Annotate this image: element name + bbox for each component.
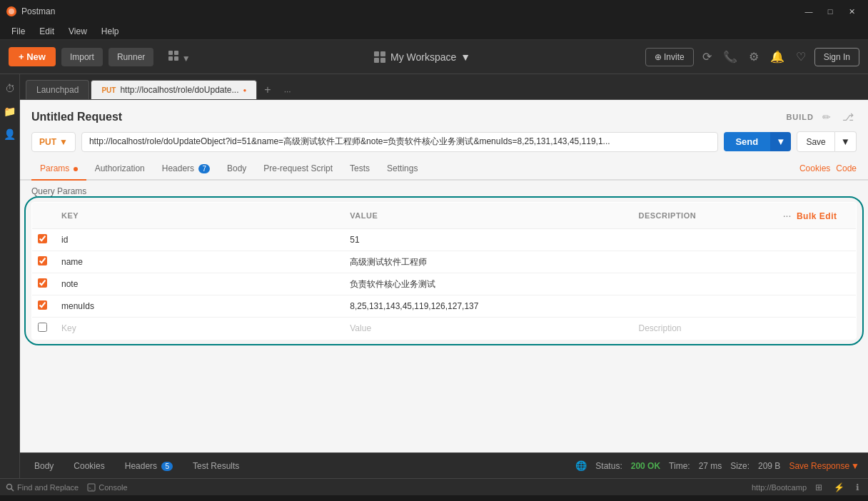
cookies-link[interactable]: Cookies <box>799 163 830 173</box>
footer-network-icon[interactable]: ⚡ <box>831 480 847 495</box>
edit-icon[interactable]: ✏ <box>819 108 834 126</box>
row-3-desc-input[interactable] <box>636 278 766 290</box>
row-key-cell <box>53 229 341 251</box>
phone-icon[interactable]: 📞 <box>720 47 740 66</box>
bottom-headers-badge: 5 <box>161 462 173 471</box>
sidebar-history-icon[interactable]: ⏱ <box>1 80 19 97</box>
launchpad-tab-label: Launchpad <box>36 85 79 95</box>
tab-headers[interactable]: Headers 7 <box>153 158 218 181</box>
fork-icon[interactable]: ⎇ <box>839 108 857 126</box>
row-1-checkbox[interactable] <box>38 234 47 243</box>
row-2-key-input[interactable] <box>59 255 335 268</box>
new-row-checkbox[interactable] <box>38 323 47 332</box>
footer-info-icon[interactable]: ℹ <box>853 480 862 495</box>
new-key-input[interactable] <box>59 322 335 335</box>
find-replace-item[interactable]: Find and Replace <box>6 483 79 492</box>
import-button[interactable]: Import <box>61 48 103 66</box>
new-row-checkbox-cell <box>32 318 54 340</box>
workspace-label: My Workspace <box>390 51 456 63</box>
url-input[interactable] <box>81 132 719 152</box>
row-4-desc-input[interactable] <box>636 300 766 313</box>
toolbar-center: My Workspace ▼ <box>205 51 640 64</box>
send-button[interactable]: Send <box>724 132 769 151</box>
invite-button[interactable]: ⊕ Invite <box>645 48 694 66</box>
size-label: Size: <box>730 461 750 471</box>
new-row <box>32 318 857 340</box>
send-dropdown-button[interactable]: ▼ <box>769 132 791 151</box>
menu-file[interactable]: File <box>6 25 31 38</box>
footer-grid-icon[interactable]: ⊞ <box>812 480 825 495</box>
save-button[interactable]: Save <box>797 131 834 152</box>
sidebar-collections-icon[interactable]: 📁 <box>1 103 19 120</box>
notifications-icon[interactable]: 🔔 <box>767 47 787 66</box>
tabs-bar: Launchpad PUT http://localhost/role/doUp… <box>20 74 868 100</box>
maximize-button[interactable]: □ <box>819 4 841 19</box>
save-response-label: Save Response <box>789 461 849 471</box>
sidebar-apis-icon[interactable]: 👤 <box>1 126 19 143</box>
close-button[interactable]: ✕ <box>841 4 862 19</box>
menu-edit[interactable]: Edit <box>34 25 60 38</box>
heart-icon[interactable]: ♡ <box>793 47 809 66</box>
console-label: Console <box>99 483 127 492</box>
bottom-tab-body[interactable]: Body <box>29 458 59 474</box>
tab-pre-request[interactable]: Pre-request Script <box>255 158 341 181</box>
tab-authorization-label: Authorization <box>95 163 145 173</box>
add-tab-button[interactable]: + <box>258 81 276 99</box>
menu-view[interactable]: View <box>63 25 93 38</box>
row-4-value-input[interactable] <box>347 300 624 313</box>
workspace-switcher-button[interactable]: ▼ <box>159 46 198 68</box>
new-button[interactable]: + New <box>9 47 56 66</box>
menu-bar: File Edit View Help <box>0 23 868 40</box>
row-checkbox-cell <box>32 273 54 295</box>
settings-icon[interactable]: ⚙ <box>746 47 762 66</box>
bottom-tab-cookies[interactable]: Cookies <box>68 458 110 474</box>
bottom-tab-headers[interactable]: Headers 5 <box>119 458 178 474</box>
workspace-switcher-icon <box>168 50 179 61</box>
row-1-value-input[interactable] <box>347 233 624 246</box>
row-key-cell <box>53 273 341 295</box>
new-value-input[interactable] <box>347 322 624 335</box>
method-selector[interactable]: PUT ▼ <box>31 132 76 152</box>
row-3-checkbox[interactable] <box>38 278 47 288</box>
runner-button[interactable]: Runner <box>108 48 153 66</box>
code-link[interactable]: Code <box>836 163 857 173</box>
sync-icon[interactable]: ⟳ <box>700 47 715 66</box>
row-1-key-input[interactable] <box>59 233 335 246</box>
tab-tests[interactable]: Tests <box>341 158 378 181</box>
row-key-cell <box>53 251 341 273</box>
bottom-tab-test-results[interactable]: Test Results <box>187 458 245 474</box>
bulk-edit-link[interactable]: Bulk Edit <box>797 211 837 221</box>
params-active-dot <box>74 167 78 171</box>
row-4-key-input[interactable] <box>59 300 335 313</box>
tab-params[interactable]: Params <box>31 158 86 181</box>
col-key: KEY <box>53 203 341 229</box>
params-more-button[interactable]: ··· <box>780 208 794 223</box>
row-4-checkbox[interactable] <box>38 300 47 310</box>
minimize-button[interactable]: — <box>798 4 819 19</box>
row-2-desc-input[interactable] <box>636 255 766 268</box>
row-value-cell <box>341 295 630 318</box>
tab-authorization[interactable]: Authorization <box>86 158 153 181</box>
sign-in-button[interactable]: Sign In <box>814 48 859 66</box>
row-2-checkbox[interactable] <box>38 256 47 265</box>
workspace-button[interactable]: My Workspace ▼ <box>373 51 470 64</box>
request-tab[interactable]: PUT http://localhost/role/doUpdate... ● <box>91 80 257 99</box>
new-desc-input[interactable] <box>636 322 766 335</box>
save-dropdown-button[interactable]: ▼ <box>835 131 857 152</box>
method-label: PUT <box>39 137 56 147</box>
param-tabs: Params Authorization Headers 7 Body Pre-… <box>20 158 868 181</box>
launchpad-tab[interactable]: Launchpad <box>26 80 89 99</box>
row-2-value-input[interactable] <box>347 255 624 268</box>
tab-body[interactable]: Body <box>218 158 255 181</box>
row-3-value-input[interactable] <box>347 278 624 290</box>
svg-rect-3 <box>174 51 178 55</box>
menu-help[interactable]: Help <box>96 25 125 38</box>
more-tabs-button[interactable]: ··· <box>278 84 297 99</box>
save-response-button[interactable]: Save Response ▼ <box>789 461 859 471</box>
console-item[interactable]: >_ Console <box>87 483 127 492</box>
row-actions-cell <box>772 273 857 295</box>
row-1-desc-input[interactable] <box>636 233 766 246</box>
row-3-key-input[interactable] <box>59 278 335 290</box>
row-checkbox-cell <box>32 295 54 318</box>
tab-settings[interactable]: Settings <box>378 158 426 181</box>
